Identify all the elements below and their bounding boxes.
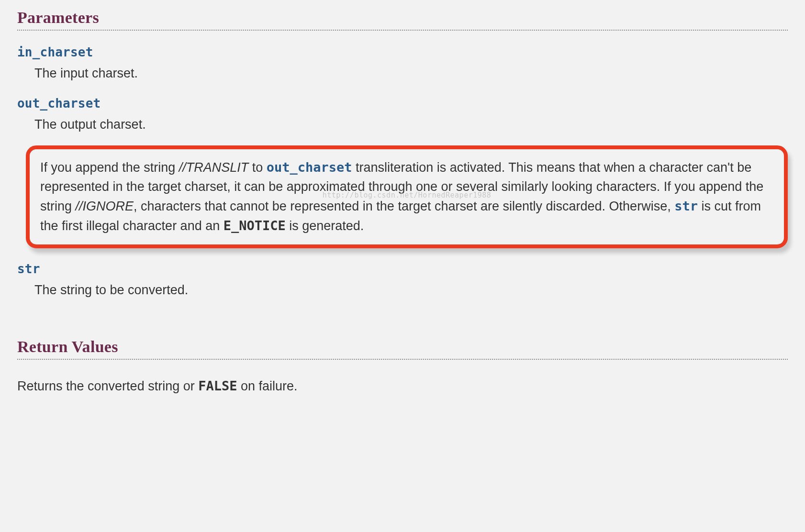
return-values-desc: Returns the converted string or FALSE on… <box>17 377 788 396</box>
note-text: If you append the string <box>40 160 179 175</box>
return-values-heading: Return Values <box>17 338 788 356</box>
documentation-page: Parameters in_charset The input charset.… <box>0 9 805 415</box>
return-text: Returns the converted string or <box>17 379 198 393</box>
note-text: to <box>248 160 267 175</box>
param-out-charset-name: out_charset <box>17 96 788 111</box>
translit-literal: //TRANSLIT <box>179 160 249 175</box>
e-notice-const: E_NOTICE <box>224 218 286 233</box>
out-charset-ref: out_charset <box>267 160 352 175</box>
param-str-name: str <box>17 262 788 276</box>
param-in-charset-name: in_charset <box>17 45 788 59</box>
false-const: FALSE <box>198 378 237 393</box>
divider <box>17 30 788 31</box>
note-text: is generated. <box>286 219 364 233</box>
param-str-desc: The string to be converted. <box>34 281 788 299</box>
param-out-charset-desc: The output charset. <box>34 115 788 134</box>
str-ref: str <box>674 199 698 213</box>
param-in-charset-desc: The input charset. <box>34 64 788 83</box>
divider <box>17 359 788 360</box>
return-text: on failure. <box>237 379 297 393</box>
ignore-literal: //IGNORE <box>76 199 134 213</box>
highlighted-note: http://blog.csdn.net/HornedReaper1988 If… <box>26 145 788 248</box>
parameters-heading: Parameters <box>17 9 788 27</box>
note-text: , characters that cannot be represented … <box>134 199 674 213</box>
